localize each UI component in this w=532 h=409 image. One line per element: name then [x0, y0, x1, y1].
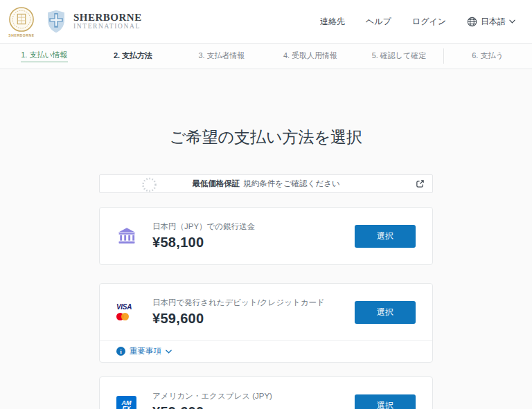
- visa-mastercard-icon: VISA: [116, 304, 140, 320]
- payment-amount: ¥59,600: [152, 311, 355, 327]
- step-payment-method: 2. 支払方法: [89, 44, 177, 69]
- visa-logo: VISA: [116, 304, 132, 311]
- step-payer-info: 3. 支払者情報: [177, 44, 266, 69]
- card-main: AM EX アメリカン・エクスプレス (JPY) ¥59,600 選択: [100, 377, 432, 409]
- page-title: ご希望の支払い方法を選択: [0, 127, 532, 148]
- payment-method-label: 日本円で発行されたデビット/クレジットカード: [152, 298, 355, 308]
- info-icon: i: [116, 347, 125, 356]
- amex-icon: AM EX: [116, 396, 140, 409]
- wordmark-line2: INTERNATIONAL: [73, 24, 142, 30]
- payment-option-amex: AM EX アメリカン・エクスプレス (JPY) ¥59,600 選択: [99, 376, 433, 409]
- guarantee-title: 最低価格保証: [192, 179, 240, 189]
- top-nav: 連絡先 ヘルプ ログイン 日本語: [320, 16, 515, 28]
- payment-method-label: 日本円（JPY）での銀行送金: [152, 221, 355, 232]
- wordmark-line1: SHERBORNE: [73, 12, 142, 24]
- guarantee-terms-link[interactable]: 規約条件をご確認ください: [243, 179, 340, 189]
- mastercard-logo: [116, 313, 129, 320]
- checkout-steps: 1. 支払い情報 2. 支払方法 3. 支払者情報 4. 受取人用情報 5. 確…: [0, 43, 532, 69]
- globe-icon: [467, 17, 477, 27]
- seal-icon: [8, 6, 35, 33]
- brand-wordmark: SHERBORNE INTERNATIONAL: [73, 12, 142, 30]
- header: SHERBORNE SHERBORNE INTERNATIONAL 連絡先 ヘル…: [0, 0, 532, 43]
- step-pay: 6. 支払う: [443, 44, 532, 69]
- bank-icon: [116, 226, 140, 246]
- nav-login-link[interactable]: ログイン: [412, 16, 446, 28]
- best-price-guarantee-bar: 最低価格保証 規約条件をご確認ください: [99, 174, 433, 193]
- card-main: VISA 日本円で発行されたデビット/クレジットカード ¥59,600 選択: [100, 284, 432, 340]
- payment-options-container: 最低価格保証 規約条件をご確認ください: [99, 174, 433, 409]
- select-amex-button[interactable]: 選択: [355, 394, 416, 409]
- card-info: 日本円で発行されたデビット/クレジットカード ¥59,600: [152, 298, 355, 327]
- chevron-down-icon: [166, 349, 172, 354]
- main-content: ご希望の支払い方法を選択 最低価格保証 規約条件をご確認ください: [0, 69, 532, 409]
- payment-amount: ¥59,600: [152, 404, 355, 409]
- laurel-wreath-icon: [140, 175, 159, 194]
- language-label: 日本語: [481, 16, 506, 28]
- brand-logos: SHERBORNE SHERBORNE INTERNATIONAL: [6, 6, 142, 37]
- external-link-icon[interactable]: [416, 179, 425, 188]
- select-card-button[interactable]: 選択: [355, 301, 416, 324]
- step-recipient-info: 4. 受取人用情報: [266, 44, 355, 69]
- step-payment-info[interactable]: 1. 支払い情報: [0, 44, 89, 69]
- payment-amount: ¥58,100: [152, 235, 355, 251]
- sherborne-seal-logo: SHERBORNE: [6, 6, 37, 37]
- select-bank-transfer-button[interactable]: 選択: [355, 225, 416, 248]
- step-review-confirm: 5. 確認して確定: [355, 44, 443, 69]
- card-info: 日本円（JPY）での銀行送金 ¥58,100: [152, 221, 355, 251]
- payment-option-bank-transfer: 日本円（JPY）での銀行送金 ¥58,100 選択: [99, 207, 433, 265]
- chevron-down-icon: [509, 19, 515, 24]
- nav-contact-link[interactable]: 連絡先: [320, 16, 345, 28]
- important-notes-label: 重要事項: [130, 346, 161, 356]
- payment-method-label: アメリカン・エクスプレス (JPY): [152, 391, 355, 401]
- card-info: アメリカン・エクスプレス (JPY) ¥59,600: [152, 391, 355, 409]
- shield-logo-icon: [47, 9, 65, 34]
- important-notes-toggle[interactable]: i 重要事項: [100, 340, 432, 362]
- language-selector[interactable]: 日本語: [467, 16, 515, 28]
- seal-caption: SHERBORNE: [8, 33, 34, 37]
- card-main: 日本円（JPY）での銀行送金 ¥58,100 選択: [100, 208, 432, 264]
- payment-option-card: VISA 日本円で発行されたデビット/クレジットカード ¥59,600 選択 i…: [99, 283, 433, 363]
- nav-help-link[interactable]: ヘルプ: [366, 16, 391, 28]
